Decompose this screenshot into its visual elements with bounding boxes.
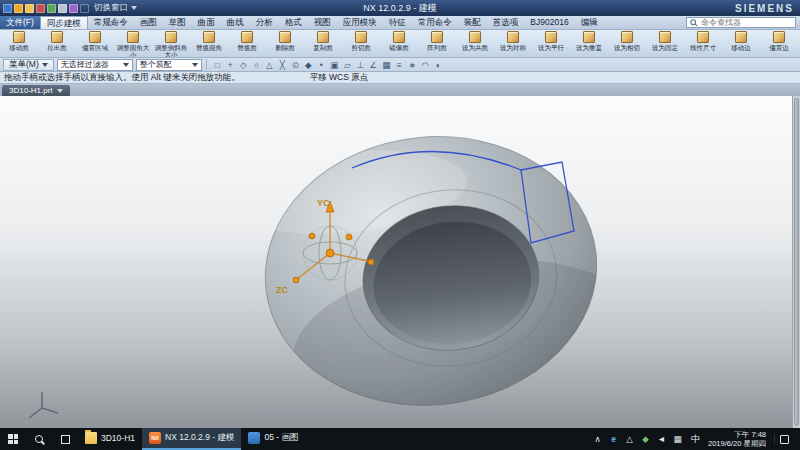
tab-common-commands[interactable]: 常用命令 (412, 16, 458, 29)
ribbon-button[interactable]: 镜像面 (380, 30, 418, 58)
nx-taskbar-button[interactable]: NX NX 12.0.2.9 - 建模 (142, 428, 241, 450)
save-icon[interactable] (14, 4, 23, 13)
ribbon-button[interactable]: 设为相切 (608, 30, 646, 58)
file-explorer-taskbar-button[interactable]: 3D10-H1 (78, 428, 142, 450)
selection-filter-value: 无选择过滤器 (61, 59, 109, 70)
start-button[interactable] (0, 428, 26, 450)
ribbon-button[interactable]: 拉出面 (38, 30, 76, 58)
ribbon-button[interactable]: 偏置边 (760, 30, 798, 58)
ribbon-button[interactable]: 线性尺寸 (684, 30, 722, 58)
ribbon-button[interactable]: 调整倒斜角大小 (152, 30, 190, 58)
ribbon-button[interactable]: 设为垂直 (570, 30, 608, 58)
tab-assembly[interactable]: 装配 (458, 16, 487, 29)
angle-snap-icon[interactable]: ∠ (367, 59, 380, 71)
input-method-indicator[interactable]: 中 (689, 433, 702, 446)
ribbon-button[interactable]: 阵列面 (418, 30, 456, 58)
edge-browser-icon[interactable]: e (608, 434, 619, 444)
rotate-view-icon[interactable]: ◠ (419, 59, 432, 71)
tab-preferences[interactable]: 首选项 (487, 16, 525, 29)
action-center-button[interactable] (774, 435, 794, 444)
vertical-scrollbar[interactable] (792, 96, 800, 428)
windows-logo-icon (8, 434, 18, 444)
snap-point-icon[interactable]: + (224, 59, 237, 71)
tab-format[interactable]: 格式 (279, 16, 308, 29)
chevron-down-icon (131, 6, 137, 10)
paste-icon[interactable] (69, 4, 78, 13)
tray-expand-icon[interactable]: ∧ (592, 434, 603, 444)
datum-plane-icon[interactable]: ▱ (341, 59, 354, 71)
shaded-mode-icon[interactable]: ◐ (432, 59, 445, 71)
ribbon-button[interactable]: 设为对称 (494, 30, 532, 58)
tab-view[interactable]: 视图 (308, 16, 337, 29)
ribbon-button[interactable]: 复制面 (304, 30, 342, 58)
tab-analysis[interactable]: 分析 (250, 16, 279, 29)
control-point-snap-icon[interactable]: △ (263, 59, 276, 71)
arc-center-snap-icon[interactable]: ⊙ (289, 59, 302, 71)
repeat-command-icon[interactable] (80, 4, 89, 13)
ribbon-button[interactable]: 调整圆角大小 (114, 30, 152, 58)
taskbar-apps: 3D10-H1 NX NX 12.0.2.9 - 建模 05 - 画图 (78, 428, 306, 450)
drawing-taskbar-button[interactable]: 05 - 画图 (241, 428, 305, 450)
network-icon[interactable]: ▦ (672, 434, 683, 444)
selection-filter-dropdown[interactable]: 无选择过滤器 (57, 59, 133, 71)
ribbon-button[interactable]: 设为平行 (532, 30, 570, 58)
document-tab[interactable]: 3D10-H1.prt (2, 85, 70, 96)
ribbon-button[interactable]: 偏置区域 (76, 30, 114, 58)
tab-file[interactable]: 文件(F) (0, 16, 40, 29)
ribbon-button[interactable]: 设为固定 (646, 30, 684, 58)
feature-cube-icon (203, 31, 215, 43)
pan-view-icon[interactable]: ∗ (406, 59, 419, 71)
redo-icon[interactable] (36, 4, 45, 13)
ribbon-button[interactable]: 设为共面 (456, 30, 494, 58)
prompt-message: 拖动手柄或选择手柄以直接输入。使用 Alt 键来关闭拖放功能。 (4, 72, 240, 84)
taskbar-clock[interactable]: 下午 7:48 2019/6/20 星期四 (708, 430, 768, 448)
ribbon-button[interactable]: 移动边 (722, 30, 760, 58)
tab-drawing[interactable]: 画图 (134, 16, 163, 29)
tab-bj902016[interactable]: BJ902016 (524, 16, 574, 29)
tab-general-commands[interactable]: 常规命令 (88, 16, 134, 29)
graphics-viewport[interactable]: YC ZC (0, 96, 800, 428)
tab-curve[interactable]: 曲线 (221, 16, 250, 29)
tab-feature[interactable]: 特征 (383, 16, 412, 29)
tab-synchronous-modeling[interactable]: 同步建模 (40, 16, 88, 29)
orient-view-icon[interactable]: □ (211, 59, 224, 71)
point-on-curve-icon[interactable]: • (315, 59, 328, 71)
task-view-button[interactable] (52, 428, 78, 450)
taskbar-search-button[interactable] (26, 428, 52, 450)
ribbon-button-label: 设为平行 (533, 44, 570, 51)
tab-application[interactable]: 应用模块 (337, 16, 383, 29)
nx-app-icon[interactable] (3, 4, 12, 13)
wcs-orient-icon[interactable]: ⊥ (354, 59, 367, 71)
ribbon-button[interactable]: 移动面 (0, 30, 38, 58)
cut-icon[interactable] (47, 4, 56, 13)
onedrive-icon[interactable]: △ (624, 434, 635, 444)
fit-window-icon[interactable]: ▦ (380, 59, 393, 71)
mid-point-snap-icon[interactable]: ○ (250, 59, 263, 71)
tray-icons: ∧e△◆◄▦ (592, 434, 683, 444)
scrollbar-thumb[interactable] (794, 98, 799, 426)
ribbon-button[interactable]: 替换面 (228, 30, 266, 58)
viewport-3d-scene: YC ZC (0, 96, 800, 428)
zoom-icon[interactable]: ≡ (393, 59, 406, 71)
ribbon-button[interactable]: 剪切面 (342, 30, 380, 58)
security-center-icon[interactable]: ◆ (640, 434, 651, 444)
command-finder-input[interactable] (701, 18, 789, 27)
command-finder[interactable] (686, 17, 796, 28)
menu-button[interactable]: 菜单(M) (3, 59, 54, 71)
undo-icon[interactable] (25, 4, 34, 13)
tab-surface[interactable]: 曲面 (192, 16, 221, 29)
tab-sketch[interactable]: 草图 (163, 16, 192, 29)
ribbon-button[interactable]: 删除面 (266, 30, 304, 58)
end-point-snap-icon[interactable]: ◇ (237, 59, 250, 71)
clock-date: 2019/6/20 (708, 439, 741, 448)
selection-scope-dropdown[interactable]: 整个装配 (136, 59, 202, 71)
torus-model (227, 116, 656, 428)
quadrant-snap-icon[interactable]: ◆ (302, 59, 315, 71)
switch-window-button[interactable]: 切换窗口 (94, 2, 137, 14)
copy-icon[interactable] (58, 4, 67, 13)
tab-edit[interactable]: 编辑 (575, 16, 604, 29)
ribbon-button[interactable]: 替换圆角 (190, 30, 228, 58)
intersection-snap-icon[interactable]: ╳ (276, 59, 289, 71)
point-on-face-icon[interactable]: ▣ (328, 59, 341, 71)
volume-icon[interactable]: ◄ (656, 434, 667, 444)
